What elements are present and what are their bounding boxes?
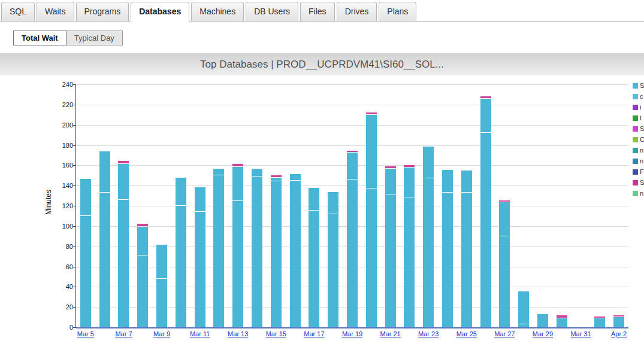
x-axis-date-link[interactable]: Mar 5 [68, 330, 104, 337]
bar-segment-mar-27[interactable] [499, 202, 510, 236]
x-axis-date-link[interactable]: Mar 9 [144, 330, 180, 337]
bar-segment-mar-22[interactable] [404, 168, 415, 197]
tab-programs[interactable]: Programs [76, 2, 129, 21]
bar-segment-mar-12[interactable] [213, 169, 224, 175]
tab-waits[interactable]: Waits [37, 2, 74, 21]
x-axis-date-link[interactable]: Mar 15 [258, 330, 294, 337]
bar-segment-mar-21[interactable] [385, 169, 396, 194]
bar-segment-mar-6[interactable] [99, 151, 110, 192]
bar-segment-mar-5[interactable] [80, 216, 91, 327]
bar-segment-mar-18[interactable] [328, 214, 338, 327]
bar-segment-mar-27[interactable] [499, 200, 510, 202]
bar-segment-apr-1[interactable] [594, 317, 605, 318]
tab-db-users[interactable]: DB Users [246, 2, 298, 21]
bar-segment-mar-14[interactable] [252, 169, 262, 176]
bar-segment-mar-24[interactable] [442, 193, 453, 327]
bar-segment-mar-19[interactable] [347, 151, 358, 152]
x-axis-date-link[interactable]: Mar 21 [373, 330, 409, 337]
bar-segment-mar-20[interactable] [366, 188, 377, 327]
bar-segment-mar-20[interactable] [366, 115, 377, 188]
tab-sql[interactable]: SQL [1, 2, 35, 21]
bar-segment-apr-2[interactable] [613, 315, 624, 317]
legend-item[interactable]: n [633, 156, 644, 166]
bar-segment-mar-17[interactable] [309, 211, 319, 327]
bar-segment-mar-23[interactable] [423, 147, 434, 178]
x-axis-date-link[interactable]: Mar 7 [105, 330, 141, 337]
bar-segment-mar-27[interactable] [499, 236, 510, 327]
bar-segment-mar-10[interactable] [176, 206, 186, 327]
tab-databases[interactable]: Databases [131, 2, 189, 22]
bar-segment-mar-25[interactable] [461, 193, 472, 327]
tab-machines[interactable]: Machines [191, 2, 244, 21]
bar-segment-mar-8[interactable] [137, 224, 148, 226]
tab-drives[interactable]: Drives [337, 2, 377, 21]
bar-segment-mar-19[interactable] [347, 153, 358, 179]
legend-item[interactable]: S [633, 80, 644, 91]
bar-segment-mar-24[interactable] [442, 170, 453, 192]
bar-segment-mar-22[interactable] [404, 165, 415, 167]
bar-segment-mar-29[interactable] [537, 314, 548, 327]
x-axis-date-link[interactable]: Mar 11 [182, 330, 218, 337]
bar-segment-mar-26[interactable] [480, 133, 491, 327]
bar-segment-mar-7[interactable] [118, 161, 129, 163]
tab-files[interactable]: Files [300, 2, 335, 21]
legend-item[interactable]: C [633, 134, 644, 145]
x-axis-date-link[interactable]: Mar 25 [449, 330, 485, 337]
bar-segment-apr-1[interactable] [594, 318, 605, 327]
bar-segment-mar-6[interactable] [99, 193, 110, 327]
x-axis-date-link[interactable]: Mar 31 [563, 330, 599, 337]
bar-segment-mar-15[interactable] [271, 175, 282, 177]
x-axis-date-link[interactable]: Mar 27 [486, 330, 522, 337]
x-axis-date-link[interactable]: Mar 13 [220, 330, 256, 337]
bar-segment-mar-22[interactable] [404, 197, 415, 327]
bar-segment-mar-26[interactable] [480, 99, 491, 132]
legend-item[interactable]: S [633, 177, 644, 188]
bar-segment-mar-9[interactable] [156, 245, 167, 278]
bar-segment-mar-7[interactable] [118, 200, 129, 327]
bar-segment-mar-13[interactable] [232, 201, 243, 327]
bar-segment-mar-14[interactable] [252, 177, 262, 327]
bar-segment-mar-5[interactable] [80, 179, 91, 215]
bar-segment-mar-30[interactable] [557, 318, 567, 327]
typical-day-button[interactable]: Typical Day [66, 31, 123, 45]
bar-segment-mar-12[interactable] [213, 175, 224, 327]
tab-plans[interactable]: Plans [379, 2, 416, 21]
bar-segment-mar-15[interactable] [271, 178, 282, 181]
bar-segment-mar-19[interactable] [347, 179, 358, 327]
bar-segment-mar-21[interactable] [385, 194, 396, 327]
bar-segment-mar-28[interactable] [518, 324, 529, 327]
bar-segment-mar-16[interactable] [290, 174, 301, 180]
x-axis-date-link[interactable]: Mar 17 [296, 330, 332, 337]
bar-segment-mar-26[interactable] [480, 96, 491, 98]
legend-item[interactable]: i [633, 102, 644, 112]
bar-segment-mar-17[interactable] [309, 188, 319, 210]
bar-segment-mar-11[interactable] [195, 187, 205, 212]
bar-segment-mar-15[interactable] [271, 181, 282, 327]
bar-segment-mar-20[interactable] [366, 112, 377, 114]
x-axis-date-link[interactable]: Mar 23 [410, 330, 446, 337]
legend-item[interactable]: n [633, 145, 644, 156]
total-wait-button[interactable]: Total Wait [13, 31, 66, 45]
bar-segment-mar-11[interactable] [195, 212, 205, 327]
legend-item[interactable]: n [633, 188, 644, 199]
bar-segment-mar-10[interactable] [176, 178, 186, 205]
legend-item[interactable]: S [633, 123, 644, 134]
x-axis-date-link[interactable]: Mar 19 [334, 330, 370, 337]
bar-segment-mar-28[interactable] [518, 291, 529, 324]
bar-segment-mar-7[interactable] [118, 164, 129, 199]
legend-item[interactable]: t [633, 112, 644, 123]
bar-segment-mar-13[interactable] [232, 167, 243, 200]
bar-segment-mar-30[interactable] [557, 315, 567, 317]
bar-segment-mar-13[interactable] [232, 164, 243, 166]
bar-segment-mar-8[interactable] [137, 227, 148, 255]
bar-segment-mar-25[interactable] [461, 171, 472, 192]
legend-item[interactable]: c [633, 91, 644, 102]
bar-segment-mar-16[interactable] [290, 181, 301, 327]
bar-segment-mar-23[interactable] [423, 178, 434, 327]
bar-segment-apr-2[interactable] [613, 317, 624, 327]
bar-segment-mar-21[interactable] [385, 166, 396, 168]
x-axis-date-link[interactable]: Mar 29 [525, 330, 561, 337]
bar-segment-mar-9[interactable] [156, 279, 167, 327]
x-axis-date-link[interactable]: Apr 2 [601, 330, 637, 337]
bar-segment-mar-18[interactable] [328, 192, 338, 214]
